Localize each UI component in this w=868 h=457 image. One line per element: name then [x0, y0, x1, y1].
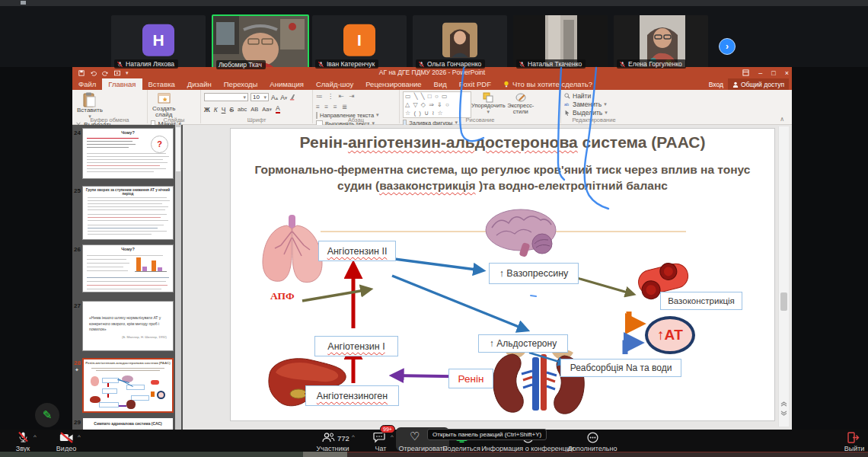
- ribbon-home: Вставить ▾ Вырезать Копировать ▾: [72, 90, 792, 125]
- label-vasoconstriction[interactable]: Вазоконстрикція: [660, 292, 742, 310]
- font-color-button[interactable]: А: [276, 105, 280, 113]
- minimize-button[interactable]: –: [758, 69, 762, 77]
- alignment-buttons[interactable]: ≡ ≡ ≡ ≣: [316, 103, 337, 110]
- font-name-combobox[interactable]: ▾: [204, 93, 248, 101]
- character-spacing-button[interactable]: АВ: [251, 106, 258, 113]
- lungs-image[interactable]: [263, 215, 322, 283]
- label-angiotensin-1[interactable]: Ангіотензин I: [314, 336, 398, 356]
- paste-icon: [83, 92, 96, 107]
- bullets-numbering-buttons[interactable]: ≔ ⋮ ⇤ ⇥: [316, 92, 337, 100]
- italic-button[interactable]: К: [214, 106, 218, 113]
- label-renin[interactable]: Ренін: [448, 369, 493, 388]
- thumbnail-slide-29[interactable]: Симпато адреналова система (САС): [82, 417, 174, 430]
- shrink-font-button[interactable]: А▾: [280, 94, 287, 101]
- current-slide-canvas[interactable]: Ренін-ангіотензин-альдостеронова система…: [230, 128, 775, 421]
- text-shadow-button[interactable]: abc: [238, 106, 247, 113]
- next-participants-page-button[interactable]: ›: [719, 38, 736, 55]
- audio-options-caret[interactable]: ^: [34, 433, 37, 440]
- group-label: Слайды: [148, 117, 200, 123]
- label-aldosterone[interactable]: ↑ Альдостерону: [478, 334, 568, 353]
- tab-review[interactable]: Рецензирование: [359, 78, 427, 90]
- video-options-caret[interactable]: ^: [78, 433, 81, 440]
- participant-tile-elena-gorgulenko[interactable]: Елена Горгуленко: [614, 15, 708, 71]
- slide-number: 27: [72, 302, 81, 309]
- tab-design[interactable]: Дизайн: [181, 78, 218, 90]
- label-angiotensin-2[interactable]: Ангіотензин II: [318, 241, 396, 261]
- collapse-ribbon-icon[interactable]: ∧: [780, 116, 784, 123]
- label-increased-bp[interactable]: ↑АТ: [645, 316, 695, 354]
- participant-name-label: Наталья Ткаченко: [516, 59, 586, 69]
- strikethrough-button[interactable]: S: [229, 106, 234, 113]
- ribbon-display-options-icon[interactable]: [742, 69, 749, 76]
- thumbnail-scrollbar-thumb[interactable]: [176, 127, 180, 171]
- thumbnail-slide-28-current[interactable]: Ренін-ангіотензин-альдостеронова система…: [82, 358, 174, 413]
- participant-tile-olga-goncharenko[interactable]: Ольга Гончаренко: [413, 15, 507, 71]
- label-reabsorption[interactable]: Реабсорбція Na та води: [560, 359, 681, 377]
- thumbnail-slide-24[interactable]: Чому? ?: [82, 128, 174, 179]
- tab-slideshow[interactable]: Слайд-шоу: [310, 78, 359, 90]
- restore-button[interactable]: □: [771, 69, 775, 77]
- next-slide-button[interactable]: [780, 411, 787, 416]
- participants-caret[interactable]: ^: [352, 433, 355, 440]
- thumbnail-slide-26[interactable]: Чому?: [82, 244, 174, 292]
- bold-button[interactable]: Ж: [204, 106, 210, 113]
- sign-in-button[interactable]: Вход: [709, 81, 723, 88]
- mic-muted-icon: [318, 61, 324, 68]
- ppt-title-bar[interactable]: ▾ АГ на ДГЕ ПДМУ 2026 - PowerPoint – □ ×: [72, 67, 792, 78]
- thumbnail-slide-27[interactable]: «Нема іншого шляху нормалізувати АТ у ко…: [82, 301, 174, 351]
- paragraph-group: ≔ ⋮ ⇤ ⇥ ≡ ≡ ≡ ≣ Направление текста▾ Выро…: [313, 90, 400, 123]
- participant-tile-natalya-tkachenko[interactable]: Наталья Ткаченко: [513, 15, 608, 71]
- participant-tile-ivan-katerenchuk[interactable]: І Іван Катеренчук: [312, 15, 407, 71]
- label-ace[interactable]: АПФ: [270, 290, 295, 302]
- replace-button[interactable]: ab Заменить ▾: [564, 101, 625, 108]
- slide-scrollbar-thumb[interactable]: [780, 292, 787, 311]
- find-button[interactable]: Найти: [564, 92, 625, 100]
- chat-caret[interactable]: ^: [391, 433, 394, 440]
- brain-image[interactable]: [486, 209, 556, 257]
- chat-icon: [373, 432, 385, 443]
- quick-styles-icon: [515, 92, 526, 103]
- slide-thumbnail-pane[interactable]: 24 Чому? ? 25 Групи хворих за ступенем з…: [72, 125, 183, 430]
- label-vasopressin[interactable]: ↑ Вазопрессину: [489, 263, 579, 284]
- participant-tile-nataliya-lyakhova[interactable]: Н Наталия Ляхова: [111, 15, 206, 71]
- select-cursor-icon: [564, 110, 570, 116]
- tell-me-box[interactable]: Что вы хотите сделать?: [497, 78, 598, 90]
- tab-insert[interactable]: Вставка: [142, 78, 181, 90]
- participant-tile-lyubomyr-tkach[interactable]: Любомир Ткач: [212, 14, 309, 73]
- quick-styles-button[interactable]: Экспресс- стили: [506, 91, 536, 116]
- tab-transitions[interactable]: Переходы: [218, 78, 264, 90]
- close-button[interactable]: ×: [785, 69, 789, 77]
- editing-group: Найти ab Заменить ▾ Выделить ▾ Редактиро…: [561, 90, 627, 123]
- arrange-button[interactable]: Упорядочить ▾: [473, 91, 503, 115]
- heart-icon: ♡: [410, 430, 420, 443]
- lightbulb-icon: [503, 81, 509, 88]
- font-size-combobox[interactable]: 10▾: [251, 93, 269, 101]
- participant-name-label: Наталия Ляхова: [114, 59, 178, 69]
- annotate-button[interactable]: ✎: [35, 403, 59, 427]
- change-case-button[interactable]: Аа▾: [262, 106, 272, 113]
- tab-home[interactable]: Главная: [102, 78, 142, 90]
- participants-count: 772: [337, 434, 349, 443]
- grow-font-button[interactable]: А▴: [271, 94, 278, 101]
- slide-scrollbar[interactable]: [778, 126, 789, 427]
- previous-slide-button[interactable]: [780, 401, 787, 407]
- search-icon: [564, 93, 570, 99]
- participant-name-label: Елена Горгуленко: [617, 59, 686, 69]
- tab-animations[interactable]: Анимация: [263, 78, 310, 90]
- select-button[interactable]: Выделить ▾: [564, 109, 625, 117]
- kidneys-image[interactable]: [493, 348, 585, 414]
- chat-unread-badge: 99+: [380, 425, 395, 433]
- thumbnail-slide-25[interactable]: Групи хворих за ступенем зниження АТ у н…: [82, 186, 174, 240]
- tab-foxit-pdf[interactable]: Foxit PDF: [453, 78, 497, 90]
- tab-file[interactable]: Файл: [72, 78, 102, 90]
- drawing-group: ▭ ╲ ╲ □ ○ ▭ △ ▽ ◇ ⇒ ⇓ ○ ☆ ( ) ∪ ≀ ☆ Упор…: [400, 90, 561, 123]
- arrange-icon: [483, 92, 493, 103]
- new-slide-button[interactable]: Создать слайд: [151, 91, 177, 120]
- shapes-gallery[interactable]: ▭ ╲ ╲ □ ○ ▭ △ ▽ ◇ ⇒ ⇓ ○ ☆ ( ) ∪ ≀ ☆: [403, 91, 471, 118]
- underline-button[interactable]: Ч: [222, 106, 226, 113]
- label-angiotensinogen[interactable]: Ангіотензиноген: [305, 385, 399, 406]
- question-stamp: ?: [151, 136, 168, 153]
- tab-view[interactable]: Вид: [428, 78, 453, 90]
- clear-formatting-icon[interactable]: [289, 94, 296, 101]
- share-button[interactable]: Общий доступ: [728, 78, 789, 90]
